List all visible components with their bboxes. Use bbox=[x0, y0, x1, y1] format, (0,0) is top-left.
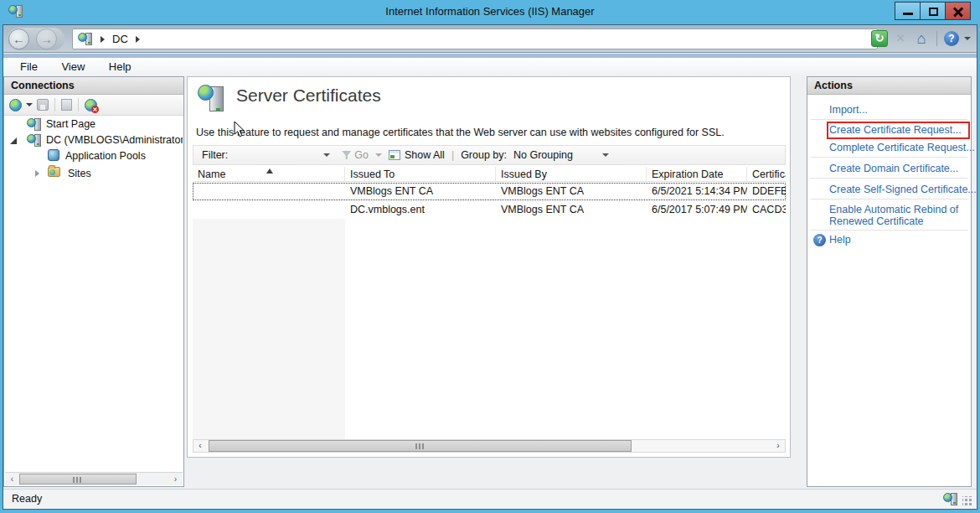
status-bar: Ready bbox=[3, 489, 977, 509]
tree-item-application-pools[interactable]: Application Pools bbox=[5, 148, 183, 164]
list-horizontal-scrollbar[interactable]: ‹ › bbox=[193, 439, 786, 453]
toolbar-divider bbox=[78, 98, 79, 111]
maximize-button[interactable] bbox=[920, 2, 946, 20]
action-create-self-signed-certificate[interactable]: Create Self-Signed Certificate... bbox=[829, 184, 977, 195]
back-button[interactable]: ← bbox=[8, 28, 29, 49]
create-connection-dropdown-icon[interactable] bbox=[26, 103, 33, 106]
action-complete-certificate-request[interactable]: Complete Certificate Request... bbox=[829, 142, 975, 153]
address-bar[interactable]: DC bbox=[72, 28, 878, 49]
grouping-select[interactable]: No Grouping bbox=[513, 149, 597, 161]
filter-label: Filter: bbox=[202, 149, 228, 161]
show-all-icon bbox=[389, 150, 400, 160]
filter-funnel-icon bbox=[342, 151, 351, 159]
back-icon: ← bbox=[13, 32, 25, 46]
toolbar-divider: | bbox=[451, 149, 454, 161]
action-create-certificate-request[interactable]: Create Certificate Request... bbox=[829, 124, 962, 136]
tree-item-server-dc[interactable]: DC (VMBLOGS\Administrator) bbox=[5, 132, 183, 148]
stop-icon: ✕ bbox=[896, 32, 905, 44]
table-row[interactable]: VMBlogs ENT CA VMBlogs ENT CA 6/5/2021 5… bbox=[193, 183, 786, 200]
sort-ascending-icon bbox=[266, 168, 273, 174]
home-icon: ⌂ bbox=[917, 30, 926, 47]
column-expiration-date[interactable]: Expiration Date bbox=[647, 167, 747, 181]
scrollbar-thumb[interactable] bbox=[19, 474, 137, 484]
minimize-button[interactable] bbox=[895, 2, 921, 20]
minimize-icon bbox=[903, 13, 913, 15]
grouping-dropdown-icon[interactable] bbox=[602, 153, 609, 157]
status-message: Ready bbox=[12, 493, 42, 505]
breadcrumb[interactable]: DC bbox=[112, 33, 128, 45]
workspace: Connections ✕ Start Page bbox=[3, 76, 977, 489]
stop-button[interactable]: ✕ bbox=[893, 31, 908, 46]
resize-grip[interactable] bbox=[962, 496, 972, 506]
action-enable-automatic-rebind[interactable]: Enable Automatic Rebind of Renewed Certi… bbox=[829, 204, 963, 227]
filter-toolbar: Filter: Go Show All | Group by: No Group… bbox=[193, 145, 786, 165]
column-certificate-hash[interactable]: Certificate Hash bbox=[747, 167, 786, 181]
iis-status-icon bbox=[943, 492, 958, 506]
toolbar-divider bbox=[54, 98, 55, 111]
connections-horizontal-scrollbar[interactable]: ‹ › bbox=[5, 472, 183, 485]
column-issued-to[interactable]: Issued To bbox=[345, 167, 496, 181]
home-button[interactable]: ⌂ bbox=[913, 30, 930, 47]
nav-capsule: ← → bbox=[8, 28, 64, 50]
group-by-label: Group by: bbox=[461, 149, 507, 161]
actions-divider bbox=[811, 230, 967, 231]
menu-bar: File View Help bbox=[3, 58, 977, 76]
help-icon: ? bbox=[948, 33, 954, 44]
action-create-domain-certificate[interactable]: Create Domain Certificate... bbox=[829, 163, 958, 174]
refresh-button[interactable]: ↻ bbox=[871, 30, 888, 47]
scrollbar-thumb[interactable] bbox=[209, 440, 632, 452]
actions-header: Actions bbox=[807, 77, 971, 95]
scroll-right-icon[interactable]: › bbox=[169, 474, 182, 484]
table-header: Name Issued To Issued By Expiration Date… bbox=[193, 167, 786, 182]
page-description: Use this feature to request and manage c… bbox=[196, 127, 725, 138]
actions-divider bbox=[811, 157, 967, 158]
expander-collapsed-icon[interactable] bbox=[35, 170, 39, 177]
server-certificates-icon bbox=[198, 85, 226, 115]
server-icon bbox=[78, 32, 93, 46]
menu-view[interactable]: View bbox=[51, 58, 95, 76]
help-button[interactable]: ? bbox=[944, 31, 959, 46]
title-bar[interactable]: Internet Information Services (IIS) Mana… bbox=[0, 0, 980, 24]
table-row[interactable]: DC.vmblogs.ent VMBlogs ENT CA 6/5/2017 5… bbox=[193, 201, 786, 219]
application-pools-icon bbox=[48, 149, 59, 161]
actions-divider bbox=[811, 199, 967, 200]
menu-file[interactable]: File bbox=[10, 58, 48, 76]
action-import[interactable]: Import... bbox=[829, 104, 868, 116]
scroll-right-icon[interactable]: › bbox=[771, 440, 785, 452]
filter-dropdown-icon[interactable] bbox=[323, 153, 330, 157]
connections-tree: Start Page DC (VMBLOGS\Administrator) Ap… bbox=[5, 117, 183, 471]
menu-help[interactable]: Help bbox=[99, 58, 142, 76]
page-title: Server Certificates bbox=[236, 86, 381, 106]
help-icon: ? bbox=[813, 234, 826, 246]
expander-expanded-icon[interactable] bbox=[10, 137, 17, 144]
actions-panel: Actions Import... Create Certificate Req… bbox=[807, 76, 972, 487]
forward-button[interactable]: → bbox=[36, 28, 57, 49]
connections-toolbar: ✕ bbox=[4, 95, 183, 116]
action-help[interactable]: Help bbox=[829, 234, 851, 246]
edit-connection-icon[interactable] bbox=[61, 99, 72, 111]
connections-panel: Connections ✕ Start Page bbox=[3, 76, 184, 487]
column-issued-by[interactable]: Issued By bbox=[496, 167, 647, 181]
start-page-icon bbox=[27, 117, 42, 132]
go-button[interactable]: Go bbox=[354, 149, 369, 161]
show-all-button[interactable]: Show All bbox=[405, 149, 445, 161]
connections-header: Connections bbox=[4, 77, 183, 95]
window-title: Internet Information Services (IIS) Mana… bbox=[0, 0, 980, 23]
tree-item-start-page[interactable]: Start Page bbox=[5, 117, 183, 132]
go-dropdown-icon[interactable] bbox=[375, 153, 382, 157]
tree-item-sites[interactable]: Sites bbox=[5, 166, 183, 182]
name-column-shade bbox=[193, 219, 345, 439]
breadcrumb-arrow-icon[interactable] bbox=[136, 36, 140, 43]
scroll-left-icon[interactable]: ‹ bbox=[6, 474, 18, 484]
delete-connection-icon[interactable]: ✕ bbox=[85, 99, 97, 111]
create-connection-icon[interactable] bbox=[9, 99, 22, 111]
forward-icon: → bbox=[40, 32, 53, 46]
sites-folder-icon bbox=[48, 167, 60, 177]
server-certificates-panel: Server Certificates Use this feature to … bbox=[187, 76, 791, 458]
server-node-icon bbox=[27, 133, 42, 148]
breadcrumb-arrow-icon bbox=[101, 36, 105, 43]
close-button[interactable] bbox=[945, 2, 971, 20]
scroll-left-icon[interactable]: ‹ bbox=[193, 440, 207, 452]
help-dropdown-icon[interactable] bbox=[964, 37, 971, 40]
save-connection-icon[interactable] bbox=[37, 99, 49, 111]
